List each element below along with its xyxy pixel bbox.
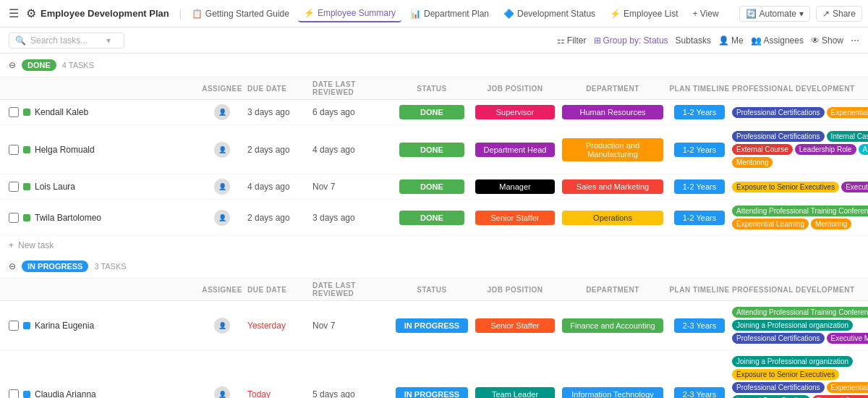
section-toggle-in-progress[interactable]: ⊖ [9,261,16,271]
status-cell: IN PROGRESS [392,318,472,333]
prodev-tag: Executive MBA [827,333,868,344]
prodev-tag: Professional Certifications [732,131,825,142]
more-options-button[interactable]: ⋯ [851,35,859,46]
task-name-cell: Kendall Kaleb 🔗 ✏ [9,107,197,117]
col-header-timeline: PLAN TIMELINE [667,85,732,93]
task-name-cell: Karina Eugenia 🔗 ✏ [9,321,197,331]
tab-getting-started[interactable]: 📋 Getting Started Guide [186,6,295,22]
assignee-cell: 👤 [197,386,247,399]
job-badge: Manager [475,179,555,194]
group-icon: ⊞ [594,35,601,46]
job-position-cell: Department Head [472,143,558,157]
tab-add-view[interactable]: + View [686,6,724,22]
job-position-cell: Team Leader [472,387,558,399]
assignees-button[interactable]: 👥 Assignees [751,35,804,46]
col-header-reviewed: DATE LAST REVIEWED [312,281,392,297]
tab-employee-list[interactable]: ⚡ Employee List [604,6,684,22]
row-checkbox[interactable] [9,182,19,192]
job-position-cell: Manager [472,179,558,194]
chevron-down-icon: ▾ [106,35,111,46]
filter-icon: ⚏ [557,35,565,46]
status-cell: DONE [392,179,472,194]
prodev-tag: Exposure to Senior Executives [732,369,839,380]
share-icon: ↗ [822,9,830,19]
hamburger-icon[interactable]: ☰ [6,4,22,23]
search-box[interactable]: 🔍 Search tasks... ▾ [9,33,124,48]
column-headers: ASSIGNEE DUE DATE DATE LAST REVIEWED STA… [0,279,868,301]
tab-employee-summary[interactable]: ⚡ Employee Summary [298,5,401,22]
prodev-cell: Attending Professional Training Conferen… [732,305,868,345]
section-status-label: DONE [22,59,56,71]
reviewed-date-cell: 6 days ago [312,107,392,117]
status-cell: IN PROGRESS [392,387,472,399]
status-badge: IN PROGRESS [396,318,468,333]
me-button[interactable]: 👤 Me [718,35,744,46]
reviewed-date-cell: 3 days ago [312,213,392,223]
department-cell: Finance and Accounting [558,318,667,333]
tab-icon: ⚡ [304,8,315,18]
automate-button[interactable]: 🔄 Automate ▾ [739,6,810,22]
share-button[interactable]: ↗ Share [816,6,862,22]
add-task-row[interactable]: + New task [0,236,868,255]
tab-icon: ⚡ [610,9,621,19]
job-position-cell: Supervisor [472,105,558,119]
prodev-tag: Mentoring [732,157,773,168]
group-by-button[interactable]: ⊞ Group by: Status [594,35,668,46]
job-position-cell: Senior Staffer [472,318,558,333]
status-cell: DONE [392,143,472,157]
app-icon: ⚙ [26,7,36,20]
dept-badge: Information Technology [562,387,663,399]
job-badge: Supervisor [475,105,555,119]
show-button[interactable]: 👁 Show [811,35,843,46]
task-name-cell: Helga Romuald 🔗 ✏ [9,145,197,155]
reviewed-date-cell: 4 days ago [312,145,392,155]
status-badge: DONE [399,105,464,119]
task-name: Twila Bartolomeo [35,213,101,223]
col-header-due: DUE DATE [247,85,312,93]
col-header-reviewed: DATE LAST REVIEWED [312,80,392,96]
section-done: ⊖ DONE 4 TASKS ASSIGNEE DUE DATE DATE LA… [0,54,868,255]
timeline-badge: 1-2 Years [674,143,725,157]
col-header-prodev: PROFESSIONAL DEVELOPMENT [732,85,868,93]
timeline-badge: 1-2 Years [674,211,725,225]
prodev-tag: Executive MBA [841,182,868,192]
automate-icon: 🔄 [746,9,757,19]
department-cell: Production and Manufacturing [558,138,667,161]
table-row: Karina Eugenia 🔗 ✏ 👤 Yesterday Nov 7 IN … [0,301,868,350]
filter-bar-right: ⚏ Filter ⊞ Group by: Status Subtasks 👤 M… [557,35,859,46]
dept-badge: Production and Manufacturing [562,138,663,161]
due-date-cell: Yesterday [247,321,312,331]
prodev-tag: Attending Professional Training Conferen… [732,307,868,318]
timeline-cell: 1-2 Years [667,211,732,225]
filter-button[interactable]: ⚏ Filter [557,35,587,46]
table-row: Kendall Kaleb 🔗 ✏ 👤 3 days ago 6 days ag… [0,100,868,125]
prodev-tag: Joining a Professional organization [732,356,853,367]
timeline-cell: 1-2 Years [667,179,732,194]
row-checkbox[interactable] [9,145,19,155]
reviewed-date-cell: 5 days ago [312,389,392,399]
row-checkbox[interactable] [9,107,19,117]
row-checkbox[interactable] [9,389,19,399]
subtasks-button[interactable]: Subtasks [676,35,711,46]
col-header-job: JOB POSITION [472,85,558,93]
col-header-due: DUE DATE [247,286,312,294]
col-header-prodev: PROFESSIONAL DEVELOPMENT [732,286,868,294]
sections-container: ⊖ DONE 4 TASKS ASSIGNEE DUE DATE DATE LA… [0,54,868,398]
prodev-cell: Joining a Professional organizationExpos… [732,355,868,398]
section-toggle-done[interactable]: ⊖ [9,60,16,70]
row-checkbox[interactable] [9,321,19,331]
nav-right: 🔄 Automate ▾ ↗ Share [739,6,862,22]
due-date-cell: 2 days ago [247,145,312,155]
section-status-label: IN PROGRESS [22,261,88,272]
col-header-status: STATUS [392,286,472,294]
filter-bar: 🔍 Search tasks... ▾ ⚏ Filter ⊞ Group by:… [0,27,868,54]
job-badge: Team Leader [475,387,555,399]
prodev-cell: Professional CertificationsExperiential … [732,106,868,119]
tab-department-plan[interactable]: 📊 Department Plan [404,6,495,22]
tab-development-status[interactable]: 🔷 Development Status [498,6,601,22]
task-color-dot [23,391,30,398]
prodev-cell: Attending Professional Training Conferen… [732,204,868,231]
row-checkbox[interactable] [9,213,19,223]
dept-badge: Finance and Accounting [562,318,663,333]
section-in-progress: ⊖ IN PROGRESS 3 TASKS ASSIGNEE DUE DATE … [0,255,868,398]
